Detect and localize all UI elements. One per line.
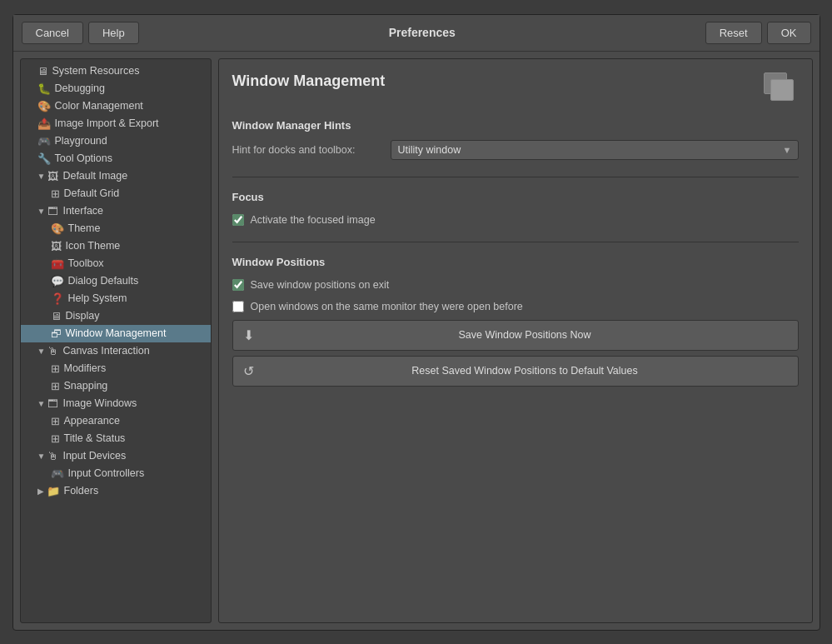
system-resources-icon: 🖥 (37, 65, 48, 77)
sidebar-item-interface[interactable]: ▼ 🗔 Interface (21, 202, 211, 220)
image-import-export-icon: 📤 (37, 117, 51, 130)
sidebar-item-icon-theme[interactable]: 🖼 Icon Theme (21, 237, 211, 255)
input-controllers-icon: 🎮 (51, 467, 64, 480)
sidebar-item-label: Title & Status (64, 432, 126, 444)
sidebar-item-modifiers[interactable]: ⊞ Modifiers (21, 360, 211, 377)
sidebar-item-label: Default Image (62, 170, 127, 182)
sidebar-item-help-system[interactable]: ❓ Help System (21, 290, 211, 307)
sidebar-item-label: Dialog Defaults (68, 275, 139, 287)
sidebar: 🖥 System Resources 🐛 Debugging 🎨 Color M… (20, 58, 212, 623)
sidebar-item-color-management[interactable]: 🎨 Color Management (21, 97, 211, 115)
sidebar-item-label: System Resources (52, 65, 140, 77)
appearance-icon: ⊞ (51, 415, 60, 427)
reset-icon: ↺ (243, 363, 254, 379)
main-content: Window Management Window Manager Hints H… (218, 58, 813, 623)
sidebar-item-label: Input Devices (62, 450, 126, 462)
preferences-dialog: Cancel Help Preferences Reset OK 🖥 Syste… (12, 14, 820, 631)
activate-focused-checkbox[interactable] (232, 214, 244, 226)
save-positions-checkbox[interactable] (232, 279, 244, 291)
tool-options-icon: 🔧 (37, 152, 51, 165)
hint-select[interactable]: Utility window Normal window Dock window (391, 140, 799, 160)
sidebar-item-label: Icon Theme (66, 240, 121, 252)
hints-label: Window Manager Hints (232, 119, 799, 132)
sidebar-item-canvas-interaction[interactable]: ▼ 🖱 Canvas Interaction (21, 342, 211, 360)
arrow-icon: ▼ (37, 207, 46, 216)
positions-label: Window Positions (232, 256, 799, 268)
window-management-icon: 🗗 (51, 327, 62, 340)
ok-button[interactable]: OK (767, 22, 811, 44)
reset-button[interactable]: Reset (705, 22, 762, 44)
sidebar-item-tool-options[interactable]: 🔧 Tool Options (21, 150, 211, 167)
dialog-header: Cancel Help Preferences Reset OK (13, 15, 820, 52)
title-status-icon: ⊞ (51, 432, 60, 445)
sidebar-item-label: Theme (68, 222, 101, 234)
save-now-label: Save Window Positions Now (262, 329, 788, 341)
sidebar-item-default-grid[interactable]: ⊞ Default Grid (21, 185, 211, 202)
default-image-icon: 🖼 (47, 170, 58, 182)
right-buttons: Reset OK (705, 22, 811, 44)
section-header: Window Management (232, 72, 799, 107)
activate-focused-label: Activate the focused image (251, 214, 376, 226)
sidebar-item-theme[interactable]: 🎨 Theme (21, 220, 211, 237)
sidebar-item-playground[interactable]: 🎮 Playground (21, 132, 211, 150)
sidebar-item-label: Playground (55, 135, 107, 147)
sidebar-item-display[interactable]: 🖥 Display (21, 307, 211, 325)
modifiers-icon: ⊞ (51, 362, 60, 375)
sidebar-item-label: Modifiers (64, 362, 107, 374)
sidebar-item-appearance[interactable]: ⊞ Appearance (21, 412, 211, 430)
open-same-monitor-label: Open windows on the same monitor they we… (251, 301, 523, 312)
icon-stack (764, 72, 799, 107)
hint-select-wrapper: Utility window Normal window Dock window… (391, 140, 799, 160)
sidebar-item-title-status[interactable]: ⊞ Title & Status (21, 430, 211, 447)
left-buttons: Cancel Help (22, 22, 139, 44)
sidebar-item-label: Help System (68, 292, 127, 304)
help-button[interactable]: Help (88, 22, 139, 44)
sidebar-item-input-devices[interactable]: ▼ 🖱 Input Devices (21, 447, 211, 465)
sidebar-item-system-resources[interactable]: 🖥 System Resources (21, 62, 211, 80)
reset-window-positions-button[interactable]: ↺ Reset Saved Window Positions to Defaul… (232, 356, 799, 387)
sidebar-item-debugging[interactable]: 🐛 Debugging (21, 80, 211, 97)
sidebar-item-image-import-export[interactable]: 📤 Image Import & Export (21, 115, 211, 132)
save-window-positions-button[interactable]: ⬇ Save Window Positions Now (232, 320, 799, 351)
sidebar-item-label: Canvas Interaction (62, 345, 149, 357)
sidebar-item-label: Display (66, 310, 100, 322)
sidebar-item-snapping[interactable]: ⊞ Snapping (21, 377, 211, 395)
dialog-body: 🖥 System Resources 🐛 Debugging 🎨 Color M… (13, 52, 820, 630)
theme-icon: 🎨 (51, 222, 64, 235)
help-system-icon: ❓ (51, 292, 64, 305)
toolbox-icon: 🧰 (51, 257, 64, 270)
sidebar-item-window-management[interactable]: 🗗 Window Management (21, 325, 211, 342)
sidebar-item-label: Appearance (64, 415, 120, 427)
canvas-interaction-icon: 🖱 (47, 345, 58, 357)
sidebar-item-label: Tool Options (55, 152, 112, 164)
sidebar-item-label: Folders (64, 485, 99, 497)
sidebar-item-input-controllers[interactable]: 🎮 Input Controllers (21, 465, 211, 482)
debugging-icon: 🐛 (37, 82, 51, 95)
sidebar-item-label: Default Grid (64, 187, 120, 199)
arrow-icon: ▼ (37, 347, 46, 356)
sidebar-item-folders[interactable]: ▶ 📁 Folders (21, 482, 211, 500)
sidebar-item-toolbox[interactable]: 🧰 Toolbox (21, 255, 211, 272)
icon-window-front (770, 79, 794, 101)
save-icon: ⬇ (243, 327, 254, 343)
image-windows-icon: 🗔 (47, 397, 58, 410)
arrow-icon: ▼ (37, 452, 46, 461)
input-devices-icon: 🖱 (47, 450, 58, 462)
color-management-icon: 🎨 (37, 100, 51, 112)
save-positions-row: Save window positions on exit (232, 277, 799, 293)
focus-section: Focus Activate the focused image (232, 191, 799, 228)
open-same-monitor-checkbox[interactable] (232, 301, 244, 312)
sidebar-item-label: Window Management (66, 327, 167, 339)
open-same-monitor-row: Open windows on the same monitor they we… (232, 298, 799, 315)
section-title: Window Management (232, 72, 386, 90)
sidebar-item-dialog-defaults[interactable]: 💬 Dialog Defaults (21, 272, 211, 290)
sidebar-item-label: Image Import & Export (55, 117, 159, 129)
focus-label: Focus (232, 191, 799, 203)
sidebar-item-default-image[interactable]: ▼ 🖼 Default Image (21, 167, 211, 185)
reset-label: Reset Saved Window Positions to Default … (262, 365, 788, 377)
arrow-icon: ▼ (37, 399, 46, 408)
default-grid-icon: ⊞ (51, 187, 60, 200)
cancel-button[interactable]: Cancel (22, 22, 83, 44)
sidebar-item-image-windows[interactable]: ▼ 🗔 Image Windows (21, 395, 211, 412)
display-icon: 🖥 (51, 310, 62, 322)
